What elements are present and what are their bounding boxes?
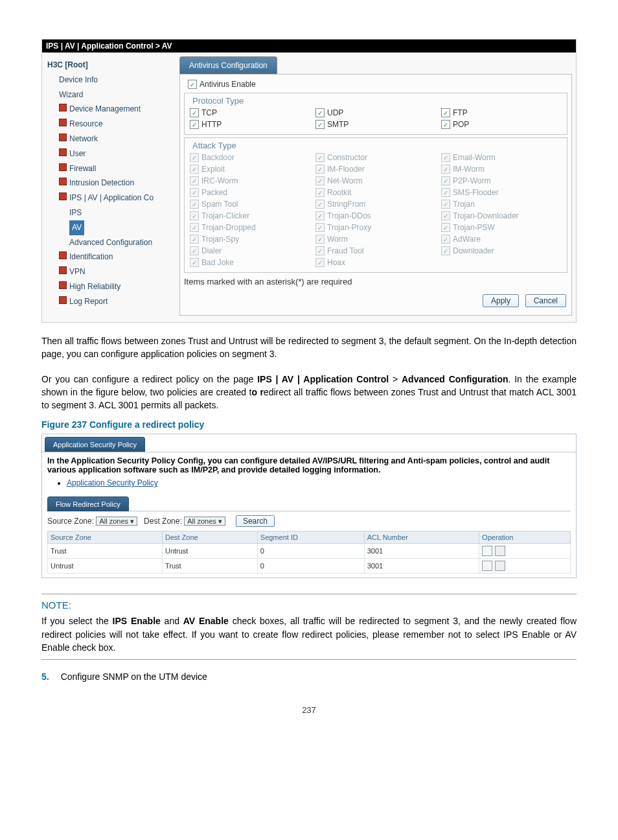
dest-zone-select[interactable]: All zones ▾ — [184, 517, 225, 526]
attack-checkbox[interactable]: Net-Worm — [315, 176, 436, 185]
tree-item[interactable]: Wizard — [47, 88, 177, 102]
check-icon — [190, 200, 199, 209]
attack-checkbox[interactable]: Bad Joke — [190, 258, 310, 267]
attack-label: Email-Worm — [453, 153, 496, 162]
delete-icon[interactable] — [495, 546, 505, 556]
attack-checkbox[interactable]: Spam Tool — [190, 200, 310, 209]
check-icon — [315, 188, 325, 197]
flow-redirect-table: Source ZoneDest ZoneSegment IDACL Number… — [47, 531, 571, 574]
attack-checkbox[interactable]: Trojan-Spy — [190, 235, 310, 244]
antivirus-enable-checkbox[interactable]: Antivirus Enable — [188, 80, 564, 89]
attack-checkbox[interactable]: Downloader — [441, 246, 562, 255]
attack-checkbox[interactable]: Hoax — [315, 258, 436, 267]
attack-checkbox[interactable]: Trojan-DDos — [315, 211, 436, 220]
body-paragraph-1: Then all traffic flows between zones Tru… — [41, 334, 577, 361]
protocol-checkbox[interactable]: UDP — [315, 108, 436, 117]
column-header: Operation — [479, 531, 571, 544]
tree-item[interactable]: IPS — [47, 205, 177, 220]
attack-label: Exploit — [201, 165, 225, 174]
folder-icon — [59, 104, 67, 111]
column-header: ACL Number — [364, 531, 479, 544]
attack-checkbox[interactable]: Trojan-Clicker — [190, 211, 310, 220]
check-icon — [315, 200, 325, 209]
tree-item[interactable]: IPS | AV | Application Co — [47, 191, 177, 205]
note-title: NOTE: — [41, 600, 577, 611]
tree-item[interactable]: User — [47, 146, 177, 161]
protocol-checkbox[interactable]: TCP — [190, 108, 310, 117]
check-icon — [190, 235, 199, 244]
attack-checkbox[interactable]: Trojan-Dropped — [190, 223, 310, 232]
apply-button[interactable]: Apply — [483, 294, 519, 307]
table-row: UntrustTrust03001 — [48, 559, 571, 574]
tree-item[interactable]: Resource — [47, 117, 177, 132]
folder-icon — [59, 178, 67, 185]
check-icon — [190, 108, 199, 117]
tree-item[interactable]: VPN — [47, 264, 177, 279]
tree-item[interactable]: High Reliability — [47, 279, 177, 294]
attack-checkbox[interactable]: SMS-Flooder — [441, 188, 562, 197]
edit-icon[interactable] — [482, 546, 492, 556]
attack-checkbox[interactable]: Rootkit — [315, 188, 436, 197]
tab-app-security-policy[interactable]: Application Security Policy — [45, 437, 145, 452]
attack-checkbox[interactable]: Email-Worm — [441, 153, 562, 162]
source-zone-select[interactable]: All zones ▾ — [96, 517, 137, 526]
table-cell: Trust — [48, 544, 163, 559]
attack-label: IM-Worm — [453, 165, 485, 174]
tab-flow-redirect-policy[interactable]: Flow Redirect Policy — [47, 496, 129, 511]
protocol-checkbox[interactable]: POP — [441, 120, 562, 129]
filter-row: Source Zone: All zones ▾ Dest Zone: All … — [47, 515, 571, 527]
tree-item[interactable]: Intrusion Detection — [47, 176, 177, 191]
check-icon — [441, 120, 450, 129]
tree-item[interactable]: Firewall — [47, 161, 177, 176]
attack-checkbox[interactable]: Trojan — [441, 200, 562, 209]
table-cell: 3001 — [364, 544, 479, 559]
edit-icon[interactable] — [482, 561, 492, 571]
attack-label: AdWare — [453, 235, 481, 244]
attack-checkbox[interactable]: Backdoor — [190, 153, 310, 162]
check-icon — [315, 211, 325, 220]
tree-item[interactable]: Identification — [47, 250, 177, 264]
attack-checkbox[interactable]: Trojan-PSW — [441, 223, 562, 232]
tree-item-label: Firewall — [69, 164, 96, 173]
protocol-checkbox[interactable]: FTP — [441, 108, 562, 117]
attack-checkbox[interactable]: IRC-Worm — [190, 176, 310, 185]
policy-description: In the Application Security Policy Confi… — [47, 456, 571, 474]
attack-checkbox[interactable]: Packed — [190, 188, 310, 197]
tree-item[interactable]: Advanced Configuration — [47, 235, 177, 250]
cancel-button[interactable]: Cancel — [525, 294, 566, 307]
attack-checkbox[interactable]: Fraud Tool — [315, 246, 436, 255]
folder-icon — [59, 134, 67, 141]
attack-checkbox[interactable]: Trojan-Proxy — [315, 223, 436, 232]
attack-checkbox[interactable]: AdWare — [441, 235, 562, 244]
attack-checkbox[interactable]: Trojan-Downloader — [441, 211, 562, 220]
attack-checkbox[interactable]: P2P-Worm — [441, 176, 562, 185]
protocol-legend: Protocol Type — [190, 96, 246, 106]
protocol-checkbox[interactable]: SMTP — [315, 120, 436, 129]
delete-icon[interactable] — [495, 561, 505, 571]
attack-checkbox[interactable]: Dialer — [190, 246, 310, 255]
folder-icon — [59, 119, 67, 126]
antivirus-panel: IPS | AV | Application Control > AV H3C … — [41, 39, 577, 323]
tree-item[interactable]: Device Info — [47, 73, 177, 88]
tree-root[interactable]: H3C [Root] — [47, 58, 177, 73]
attack-checkbox[interactable]: StringFrom — [315, 200, 436, 209]
tree-item-label: AV — [69, 220, 84, 235]
attack-checkbox[interactable]: IM-Flooder — [315, 165, 436, 174]
tree-item[interactable]: Network — [47, 132, 177, 146]
attack-label: Fraud Tool — [327, 246, 363, 255]
tab-antivirus-config[interactable]: Antivirus Configuration — [179, 56, 277, 74]
attack-checkbox[interactable]: Worm — [315, 235, 436, 244]
protocol-checkbox[interactable]: HTTP — [190, 120, 310, 129]
operation-cell — [479, 559, 571, 574]
step-text: Configure SNMP on the UTM device — [61, 671, 207, 682]
required-hint: Items marked with an asterisk(*) are req… — [184, 277, 567, 286]
protocol-label: HTTP — [201, 120, 222, 129]
attack-checkbox[interactable]: IM-Worm — [441, 165, 562, 174]
tree-item[interactable]: Device Management — [47, 102, 177, 117]
search-button[interactable]: Search — [236, 515, 275, 527]
app-security-policy-link[interactable]: Application Security Policy — [67, 478, 158, 487]
attack-checkbox[interactable]: Exploit — [190, 165, 310, 174]
attack-checkbox[interactable]: Constructor — [315, 153, 436, 162]
tree-item[interactable]: Log Report — [47, 294, 177, 309]
tree-item[interactable]: AV — [47, 220, 177, 235]
